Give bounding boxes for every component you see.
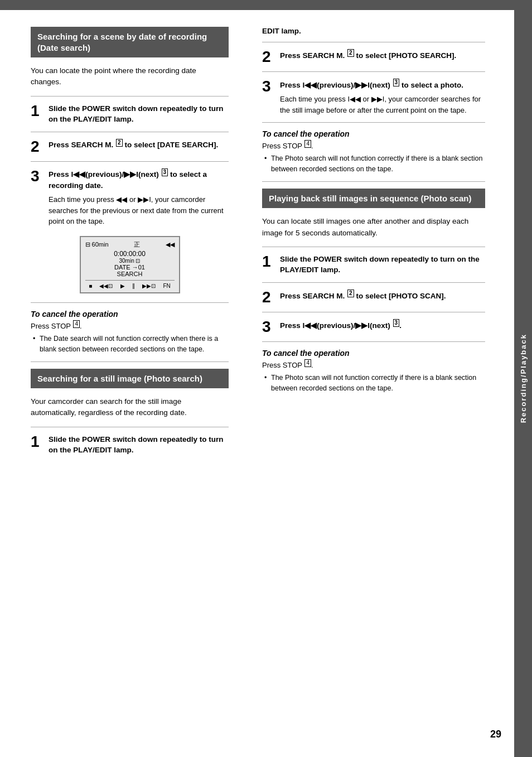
lcd-controls: ■ ◀◀⊡ ▶ ‖ ▶▶⊡ FN xyxy=(85,280,175,289)
section1-intro: You can locate the point where the recor… xyxy=(31,65,229,88)
cancel1-heading: To cancel the operation xyxy=(31,310,229,319)
lcd-screen: ⊟ 60min 正 ◀◀ 0:00:00:00 30min ⊡ DATE →01… xyxy=(80,236,180,293)
section2-intro: Your camcorder can search for the still … xyxy=(31,396,229,419)
step2-number: 2 xyxy=(31,139,43,155)
scan-step2-title: Press SEARCH M. 2 to select [PHOTO SCAN]… xyxy=(280,292,446,300)
step3-title: Press I◀◀(previous)/▶▶I(next) 3 to selec… xyxy=(49,170,207,190)
section2-header: Searching for a still image (Photo searc… xyxy=(31,369,229,389)
scan-step1-title: Slide the POWER switch down repeatedly t… xyxy=(280,255,480,274)
lcd-diagram: ⊟ 60min 正 ◀◀ 0:00:00:00 30min ⊡ DATE →01… xyxy=(31,236,229,293)
lcd-pause-btn: ‖ xyxy=(132,283,135,289)
r-step2-title: Press SEARCH M. 2 to select [PHOTO SEARC… xyxy=(280,51,456,60)
step3-number: 3 xyxy=(31,168,43,184)
page-number: 29 xyxy=(490,729,501,740)
sidebar-label: Recording/Playback xyxy=(519,334,528,423)
scan-cancel-note: The Photo scan will not function correct… xyxy=(262,373,485,394)
divider-r4 xyxy=(262,181,485,182)
step2-left: 2 Press SEARCH M. 2 to select [DATE SEAR… xyxy=(31,139,229,155)
r-step3-body: Each time you press I◀◀ or ▶▶I, your cam… xyxy=(280,94,485,115)
scan-cancel-box: 4 xyxy=(304,359,311,367)
lcd-stop: ■ xyxy=(89,283,92,289)
photo-step1-title: Slide the POWER switch down repeatedly t… xyxy=(49,435,224,455)
lcd-fn: FN xyxy=(163,283,171,289)
section1-header: Searching for a scene by date of recordi… xyxy=(31,27,229,57)
r-step2-box: 2 xyxy=(347,49,354,57)
lcd-sub: 30min ⊡ xyxy=(85,258,175,264)
section3-intro: You can locate still images one after an… xyxy=(262,216,485,239)
r-step3-title: Press I◀◀(previous)/▶▶I(next) 3 to selec… xyxy=(280,81,463,89)
step3-box: 3 xyxy=(162,168,168,176)
edit-lamp-text: EDIT lamp. xyxy=(262,27,485,35)
r-cancel1-heading: To cancel the operation xyxy=(262,129,485,138)
divider-r8 xyxy=(262,341,485,342)
lcd-search: SEARCH xyxy=(85,271,175,277)
divider-r6 xyxy=(262,282,485,283)
lcd-prev: ◀◀⊡ xyxy=(99,283,113,289)
scan-step3: 3 Press I◀◀(previous)/▶▶I(next) 3. xyxy=(262,319,485,335)
right-sidebar: Recording/Playback xyxy=(514,0,532,757)
scan-cancel-heading: To cancel the operation xyxy=(262,349,485,358)
step1-number: 1 xyxy=(31,103,43,119)
divider-r7 xyxy=(262,312,485,312)
lcd-time: 0:00:00:00 xyxy=(85,250,175,258)
scan-step2-number: 2 xyxy=(262,290,274,305)
scan-step1-number: 1 xyxy=(262,254,274,269)
scan-step3-box: 3 xyxy=(393,319,400,327)
lcd-rewind-icon: ◀◀ xyxy=(166,241,175,248)
step1-title: Slide the POWER switch down repeatedly t… xyxy=(49,104,224,124)
lcd-play: ▶ xyxy=(120,283,125,289)
step2-box: 2 xyxy=(116,139,123,147)
r-cancel1-box: 4 xyxy=(304,140,311,148)
divider-1 xyxy=(31,96,229,97)
cancel1-text: Press STOP 4. xyxy=(31,320,229,330)
step3-left: 3 Press I◀◀(previous)/▶▶I(next) 3 to sel… xyxy=(31,168,229,227)
divider-6 xyxy=(31,427,229,427)
lcd-next: ▶▶⊡ xyxy=(142,283,156,289)
section3-header: Playing back still images in sequence (P… xyxy=(262,189,485,209)
step3-body: Each time you press ◀◀ or ▶▶I, your camc… xyxy=(49,194,229,227)
left-column: Searching for a scene by date of recordi… xyxy=(0,27,245,458)
r-step3-number: 3 xyxy=(262,79,274,94)
cancel1-note: The Date search will not function correc… xyxy=(31,334,229,355)
divider-r2 xyxy=(262,71,485,72)
lcd-pause-icon: 正 xyxy=(134,240,140,249)
lcd-date: DATE →01 xyxy=(85,264,175,271)
photo-step1-number: 1 xyxy=(31,434,43,450)
divider-3 xyxy=(31,161,229,162)
right-column: EDIT lamp. 2 Press SEARCH M. 2 to select… xyxy=(245,27,502,458)
divider-r5 xyxy=(262,247,485,247)
r-step2-number: 2 xyxy=(262,49,274,65)
divider-5 xyxy=(31,361,229,362)
divider-2 xyxy=(31,132,229,132)
r-step2: 2 Press SEARCH M. 2 to select [PHOTO SEA… xyxy=(262,49,485,65)
cancel1-box: 4 xyxy=(73,320,80,328)
divider-r1 xyxy=(262,42,485,42)
top-bar xyxy=(0,0,532,10)
scan-step3-title: Press I◀◀(previous)/▶▶I(next) 3. xyxy=(280,321,402,330)
scan-step2: 2 Press SEARCH M. 2 to select [PHOTO SCA… xyxy=(262,290,485,305)
scan-step3-number: 3 xyxy=(262,319,274,335)
scan-step1: 1 Slide the POWER switch down repeatedly… xyxy=(262,254,485,276)
divider-r3 xyxy=(262,122,485,123)
r-step3-box: 3 xyxy=(393,79,400,86)
scan-step2-box: 2 xyxy=(347,290,354,297)
r-cancel1-note: The Photo search will not function corre… xyxy=(262,153,485,175)
lcd-tape-icon: ⊟ 60min xyxy=(85,241,109,248)
scan-cancel-text: Press STOP 4. xyxy=(262,359,485,369)
r-cancel1-text: Press STOP 4. xyxy=(262,140,485,150)
divider-4 xyxy=(31,302,229,303)
step2-title: Press SEARCH M. 2 to select [DATE SEARCH… xyxy=(49,141,218,149)
r-step3: 3 Press I◀◀(previous)/▶▶I(next) 3 to sel… xyxy=(262,79,485,115)
step1-left: 1 Slide the POWER switch down repeatedly… xyxy=(31,103,229,125)
photo-step1: 1 Slide the POWER switch down repeatedly… xyxy=(31,434,229,456)
